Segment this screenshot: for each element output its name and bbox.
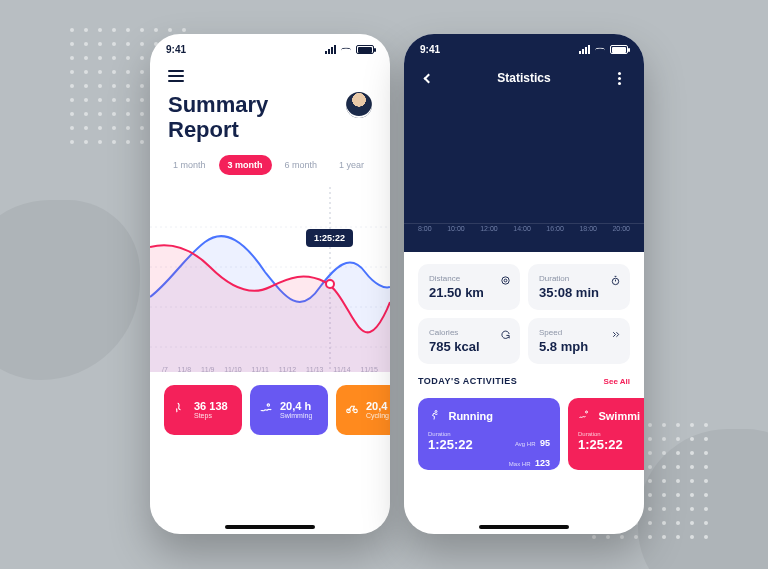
status-bar: 9:41 (150, 34, 390, 64)
duration-label: Duration (428, 431, 473, 437)
page-title: Statistics (497, 71, 550, 85)
svg-point-9 (502, 277, 509, 284)
svg-point-6 (267, 404, 269, 406)
phone-summary: 9:41 Summary Report 1 month 3 month 6 mo… (150, 34, 390, 534)
more-icon (618, 72, 621, 85)
metric-value: 785 kcal (429, 339, 509, 354)
activity-swimming[interactable]: Swimmi Duration 1:25:22 (568, 398, 644, 470)
bar-chart-xaxis: 8:00 10:00 12:00 14:00 16:00 18:00 20:00 (404, 222, 644, 232)
tab-6month[interactable]: 6 month (276, 155, 327, 175)
range-tabs: 1 month 3 month 6 month 1 year (164, 155, 372, 175)
metric-value: 21.50 km (429, 285, 509, 300)
metrics-grid: Distance 21.50 km Duration 35:08 min Cal… (404, 252, 644, 372)
target-icon (500, 272, 511, 290)
activity-name: Running (448, 410, 493, 422)
card-label: Swimming (280, 412, 312, 419)
metric-label: Calories (429, 328, 509, 337)
card-swimming[interactable]: 20,4 h Swimming (250, 385, 328, 435)
svg-point-13 (586, 411, 588, 413)
status-indicators (579, 45, 628, 54)
card-value: 20,4 k (366, 401, 390, 412)
line-chart: 1:25:22 (150, 187, 390, 372)
activity-name: Swimmi (598, 410, 640, 422)
wifi-icon (594, 45, 606, 53)
tab-1month[interactable]: 1 month (164, 155, 215, 175)
home-indicator (479, 525, 569, 529)
running-icon (428, 407, 440, 425)
svg-point-11 (612, 278, 618, 284)
see-all-link[interactable]: See All (604, 377, 630, 386)
chevrons-icon (610, 326, 621, 344)
phone-statistics: 9:41 Statistics (404, 34, 644, 534)
more-button[interactable] (612, 70, 628, 86)
cycling-icon (345, 401, 359, 419)
svg-point-8 (354, 409, 358, 413)
refresh-icon (500, 326, 511, 344)
swimming-icon (259, 401, 273, 419)
metric-value: 5.8 mph (539, 339, 619, 354)
page-title: Summary Report (168, 92, 268, 143)
card-value: 36 138 (194, 401, 228, 412)
avatar[interactable] (346, 92, 372, 118)
metric-calories[interactable]: Calories 785 kcal (418, 318, 520, 364)
duration-value: 1:25:22 (428, 437, 473, 452)
battery-icon (610, 45, 628, 54)
activities-row: Running Duration 1:25:22 Avg HR 95 Max H… (404, 390, 644, 470)
svg-point-10 (504, 279, 507, 282)
wifi-icon (340, 45, 352, 53)
bar-chart (418, 102, 630, 222)
card-label: Cycling (366, 412, 390, 419)
title-line1: Summary (168, 92, 268, 117)
svg-point-5 (326, 280, 334, 288)
stopwatch-icon (610, 272, 621, 290)
back-button[interactable] (420, 70, 436, 86)
menu-button[interactable] (168, 70, 184, 82)
duration-value: 1:25:22 (578, 437, 623, 452)
card-label: Steps (194, 412, 228, 419)
signal-icon (579, 45, 590, 54)
metric-label: Duration (539, 274, 619, 283)
metric-speed[interactable]: Speed 5.8 mph (528, 318, 630, 364)
summary-cards: 36 138 Steps 20,4 h Swimming 20,4 k (150, 373, 390, 435)
status-indicators (325, 45, 374, 54)
metric-label: Speed (539, 328, 619, 337)
duration-label: Duration (578, 431, 623, 437)
metric-value: 35:08 min (539, 285, 619, 300)
card-steps[interactable]: 36 138 Steps (164, 385, 242, 435)
activity-running[interactable]: Running Duration 1:25:22 Avg HR 95 Max H… (418, 398, 560, 470)
chart-tooltip: 1:25:22 (306, 229, 353, 247)
status-bar: 9:41 (404, 34, 644, 64)
home-indicator (225, 525, 315, 529)
card-value: 20,4 h (280, 401, 312, 412)
svg-point-12 (435, 410, 437, 412)
background-blob (0, 200, 140, 380)
tab-1year[interactable]: 1 year (330, 155, 373, 175)
status-time: 9:41 (166, 44, 186, 55)
status-time: 9:41 (420, 44, 440, 55)
chevron-left-icon (423, 73, 433, 83)
card-cycling[interactable]: 20,4 k Cycling (336, 385, 390, 435)
metric-duration[interactable]: Duration 35:08 min (528, 264, 630, 310)
title-line2: Report (168, 117, 239, 142)
swimming-icon (578, 407, 590, 425)
tab-3month[interactable]: 3 month (219, 155, 272, 175)
signal-icon (325, 45, 336, 54)
section-heading: TODAY'S ACTIVITIES (418, 376, 517, 386)
metric-label: Distance (429, 274, 509, 283)
steps-icon (173, 401, 187, 419)
battery-icon (356, 45, 374, 54)
metric-distance[interactable]: Distance 21.50 km (418, 264, 520, 310)
